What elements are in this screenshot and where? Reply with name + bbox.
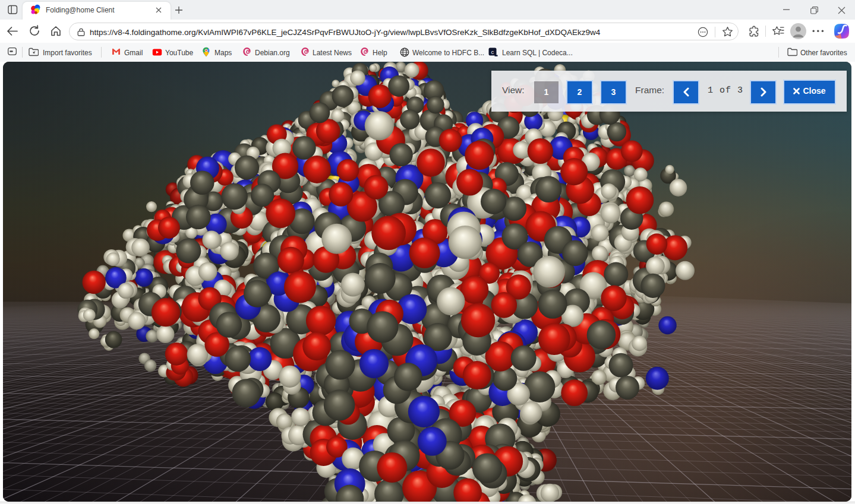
svg-text:c: c <box>491 50 494 56</box>
